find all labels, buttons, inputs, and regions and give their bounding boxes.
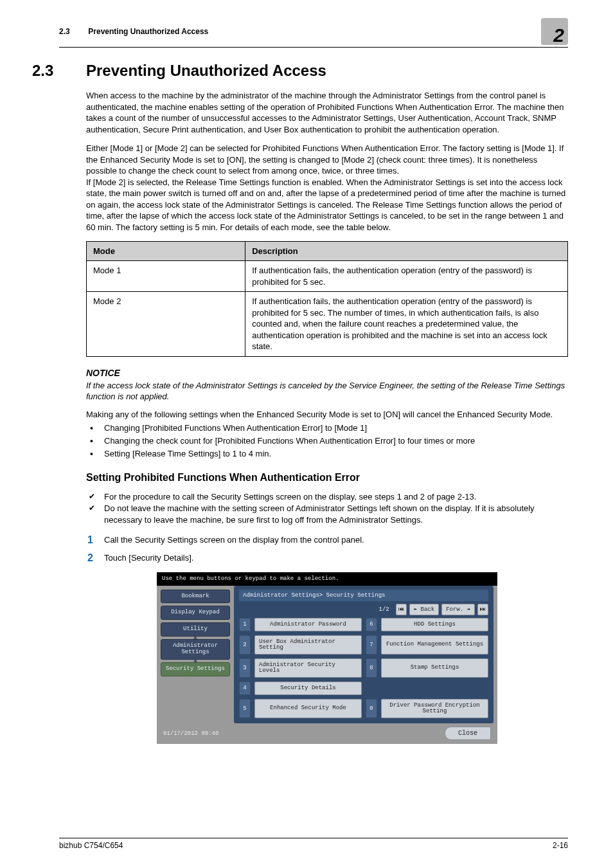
panel-menu-grid: 1 Administrator Password 6 HDD Settings … bbox=[239, 618, 488, 718]
panel-datetime: 01/17/2012 08:40 bbox=[163, 730, 218, 737]
step-item: Call the Security Settings screen on the… bbox=[86, 534, 568, 546]
mode2-detail-paragraph: If [Mode 2] is selected, the Release Tim… bbox=[86, 177, 568, 233]
menu-num: 8 bbox=[366, 658, 377, 678]
menu-stamp-settings[interactable]: Stamp Settings bbox=[381, 658, 488, 678]
panel-page-indicator: 1/2 bbox=[375, 604, 393, 615]
header-section-title: Preventing Unauthorized Access bbox=[88, 27, 208, 36]
prereq-item: Do not leave the machine with the settin… bbox=[86, 503, 568, 525]
mode-table: Mode Description Mode 1 If authenticatio… bbox=[86, 241, 568, 357]
panel-close-button[interactable]: Close bbox=[445, 727, 491, 741]
cancel-intro: Making any of the following settings whe… bbox=[86, 409, 568, 420]
intro-paragraph: When access to the machine by the admini… bbox=[86, 90, 568, 135]
menu-userbox-admin[interactable]: User Box Administrator Setting bbox=[254, 635, 362, 655]
steps-list: Call the Security Settings screen on the… bbox=[86, 534, 568, 563]
page-footer: bizhub C754/C654 2-16 bbox=[59, 838, 568, 850]
prereq-list: For the procedure to call the Security S… bbox=[86, 491, 568, 526]
mode-cell: Mode 1 bbox=[87, 261, 245, 292]
running-header: 2.3 Preventing Unauthorized Access 2 bbox=[59, 18, 568, 48]
sidebar-connector-icon: ▲ bbox=[161, 637, 230, 638]
desc-cell: If authentication fails, the authenticat… bbox=[245, 292, 568, 357]
menu-num: 5 bbox=[239, 699, 251, 718]
menu-empty bbox=[381, 682, 488, 695]
table-row: Mode 2 If authentication fails, the auth… bbox=[87, 292, 568, 357]
chapter-number: 2 bbox=[553, 26, 568, 45]
mode-header: Mode bbox=[87, 241, 245, 261]
menu-num: 7 bbox=[366, 635, 377, 655]
panel-nav-forward[interactable]: Forw. ↠ bbox=[441, 604, 475, 615]
panel-nav-first[interactable]: ⏮ bbox=[396, 604, 407, 615]
notice-label: NOTICE bbox=[86, 367, 568, 379]
header-section-number: 2.3 bbox=[59, 27, 86, 36]
menu-driver-password[interactable]: Driver Password Encryption Setting bbox=[381, 699, 488, 718]
panel-nav-last[interactable]: ⏭ bbox=[477, 604, 488, 615]
menu-num: 6 bbox=[366, 618, 377, 631]
mode-select-paragraph: Either [Mode 1] or [Mode 2] can be selec… bbox=[86, 143, 568, 177]
menu-empty bbox=[366, 682, 377, 695]
footer-page: 2-16 bbox=[553, 841, 568, 850]
menu-num: 2 bbox=[239, 635, 251, 655]
heading-number: 2.3 bbox=[32, 62, 86, 80]
menu-security-details[interactable]: Security Details bbox=[254, 682, 362, 695]
prereq-item: For the procedure to call the Security S… bbox=[86, 491, 568, 503]
chapter-badge: 2 bbox=[541, 18, 568, 45]
cancel-bullets: Changing [Prohibited Functions When Auth… bbox=[86, 422, 568, 459]
panel-hint: Use the menu buttons or keypad to make a… bbox=[157, 572, 497, 585]
panel-nav-back[interactable]: ↞ Back bbox=[409, 604, 439, 615]
menu-enhanced-security[interactable]: Enhanced Security Mode bbox=[254, 699, 362, 718]
table-row: Mode 1 If authentication fails, the auth… bbox=[87, 261, 568, 292]
subheading: Setting Prohibited Functions When Authen… bbox=[86, 471, 568, 485]
menu-num: 4 bbox=[239, 682, 251, 695]
menu-num: 0 bbox=[366, 699, 377, 718]
menu-admin-sec-levels[interactable]: Administrator Security Levels bbox=[254, 658, 362, 678]
bullet-item: Setting [Release Time Settings] to 1 to … bbox=[86, 448, 568, 460]
menu-num: 1 bbox=[239, 618, 251, 631]
menu-hdd-settings[interactable]: HDD Settings bbox=[381, 618, 488, 631]
heading-title: Preventing Unauthorized Access bbox=[86, 62, 326, 80]
panel-breadcrumb: Administrator Settings> Security Setting… bbox=[239, 590, 488, 601]
step-item: Touch [Security Details]. bbox=[86, 552, 568, 564]
mode-cell: Mode 2 bbox=[87, 292, 245, 357]
sidebar-connector-icon: ▲ bbox=[161, 660, 230, 662]
notice-text: If the access lock state of the Administ… bbox=[86, 380, 568, 402]
device-panel-screenshot: Use the menu buttons or keypad to make a… bbox=[157, 572, 497, 744]
sidebar-security-settings[interactable]: Security Settings bbox=[161, 662, 230, 676]
bullet-item: Changing the check count for [Prohibited… bbox=[86, 435, 568, 447]
sidebar-display-keypad[interactable]: Display Keypad bbox=[161, 606, 230, 620]
sidebar-bookmark[interactable]: Bookmark bbox=[161, 590, 230, 604]
menu-num: 3 bbox=[239, 658, 251, 678]
panel-sidebar: Bookmark Display Keypad Utility ▲ Admini… bbox=[157, 586, 234, 723]
desc-header: Description bbox=[245, 241, 568, 261]
desc-cell: If authentication fails, the authenticat… bbox=[245, 261, 568, 292]
menu-admin-password[interactable]: Administrator Password bbox=[254, 618, 362, 631]
menu-function-mgmt[interactable]: Function Management Settings bbox=[381, 635, 488, 655]
footer-model: bizhub C754/C654 bbox=[59, 841, 123, 850]
bullet-item: Changing [Prohibited Functions When Auth… bbox=[86, 422, 568, 434]
